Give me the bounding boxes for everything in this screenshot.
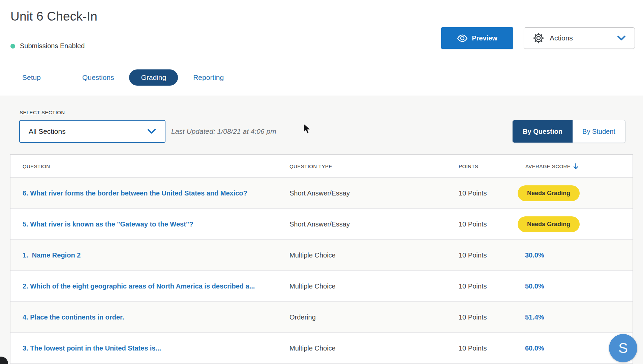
toggle-by-question[interactable]: By Question xyxy=(513,120,573,143)
average-score-cell: 60.0% xyxy=(518,333,544,364)
average-score-cell: Needs Grading xyxy=(518,178,580,209)
column-header-points: POINTS xyxy=(459,155,478,178)
points-cell: 10 Points xyxy=(459,271,487,302)
table-body: 6. What river forms the border between t… xyxy=(10,178,633,364)
column-header-question-type: QUESTION TYPE xyxy=(289,155,332,178)
score-value: 51.4% xyxy=(518,313,544,321)
points-cell: 10 Points xyxy=(459,240,487,271)
score-value: Needs Grading xyxy=(518,185,580,201)
average-score-cell: 30.0% xyxy=(518,240,544,271)
question-type-cell: Multiple Choice xyxy=(289,333,336,364)
chevron-down-icon xyxy=(617,35,626,41)
table-row: 4. Place the continents in order. Orderi… xyxy=(10,302,633,333)
section-select-dropdown[interactable]: All Sections xyxy=(19,120,165,143)
average-score-cell: 50.0% xyxy=(518,271,544,302)
question-type-cell: Ordering xyxy=(289,302,316,333)
points-cell: 10 Points xyxy=(459,209,487,240)
questions-table: QUESTION QUESTION TYPE POINTS AVERAGE SC… xyxy=(10,154,633,364)
table-row: 2. Which of the eight geographic areas o… xyxy=(10,271,633,302)
average-score-cell: 51.4% xyxy=(518,302,544,333)
question-type-cell: Short Answer/Essay xyxy=(289,209,350,240)
question-link[interactable]: 4. Place the continents in order. xyxy=(23,302,124,333)
last-updated-text: Last Updated: 1/08/21 at 4:06 pm xyxy=(171,127,276,135)
average-score-label: AVERAGE SCORE xyxy=(525,163,571,169)
avatar-initial: S xyxy=(618,340,628,356)
section-select-value: All Sections xyxy=(29,127,66,135)
toggle-by-student[interactable]: By Student xyxy=(573,120,625,143)
tab-questions[interactable]: Questions xyxy=(79,73,118,82)
question-link[interactable]: 1. Name Region 2 xyxy=(23,240,81,271)
question-type-cell: Multiple Choice xyxy=(289,271,336,302)
question-link[interactable]: 6. What river forms the border between t… xyxy=(23,178,247,209)
actions-button-label: Actions xyxy=(550,34,573,42)
preview-button-label: Preview xyxy=(472,34,497,42)
question-link[interactable]: 3. The lowest point in the United States… xyxy=(23,333,161,364)
score-value: Needs Grading xyxy=(518,216,580,232)
score-value: 60.0% xyxy=(518,344,544,352)
column-header-question: QUESTION xyxy=(23,155,50,178)
page-title: Unit 6 Check-In xyxy=(10,9,97,24)
score-value: 50.0% xyxy=(518,282,544,290)
submission-status: Submissions Enabled xyxy=(10,42,85,50)
question-type-cell: Multiple Choice xyxy=(289,240,336,271)
assessment-grading-page: Unit 6 Check-In Submissions Enabled Prev… xyxy=(0,0,643,364)
status-dot-icon xyxy=(10,44,15,49)
points-cell: 10 Points xyxy=(459,333,487,364)
actions-dropdown-button[interactable]: Actions xyxy=(524,27,635,49)
question-link[interactable]: 5. What river is known as the "Gateway t… xyxy=(23,209,193,240)
preview-button[interactable]: Preview xyxy=(441,27,513,49)
user-avatar[interactable]: S xyxy=(609,334,637,362)
select-section-label: SELECT SECTION xyxy=(20,110,65,115)
sort-descending-icon xyxy=(573,163,578,170)
status-label: Submissions Enabled xyxy=(20,42,85,50)
points-cell: 10 Points xyxy=(459,302,487,333)
column-header-average-score[interactable]: AVERAGE SCORE xyxy=(525,155,578,178)
table-row: 1. Name Region 2 Multiple Choice 10 Poin… xyxy=(10,240,633,271)
chevron-down-icon xyxy=(147,129,156,134)
view-toggle-group: By Question By Student xyxy=(512,120,625,143)
gear-icon xyxy=(533,32,544,44)
tab-reporting[interactable]: Reporting xyxy=(190,73,227,82)
table-header-row: QUESTION QUESTION TYPE POINTS AVERAGE SC… xyxy=(10,155,633,178)
tab-setup[interactable]: Setup xyxy=(19,73,44,82)
points-cell: 10 Points xyxy=(459,178,487,209)
question-type-cell: Short Answer/Essay xyxy=(289,178,350,209)
question-link[interactable]: 2. Which of the eight geographic areas o… xyxy=(23,271,255,302)
tab-bar: Setup Questions Grading Reporting xyxy=(19,69,227,86)
page-header: Unit 6 Check-In Submissions Enabled Prev… xyxy=(0,0,643,95)
average-score-cell: Needs Grading xyxy=(518,209,580,240)
table-row: 3. The lowest point in the United States… xyxy=(10,333,633,364)
tab-grading[interactable]: Grading xyxy=(129,69,178,86)
eye-icon xyxy=(457,34,468,42)
table-row: 5. What river is known as the "Gateway t… xyxy=(10,209,633,240)
table-row: 6. What river forms the border between t… xyxy=(10,178,633,209)
score-value: 30.0% xyxy=(518,251,544,259)
